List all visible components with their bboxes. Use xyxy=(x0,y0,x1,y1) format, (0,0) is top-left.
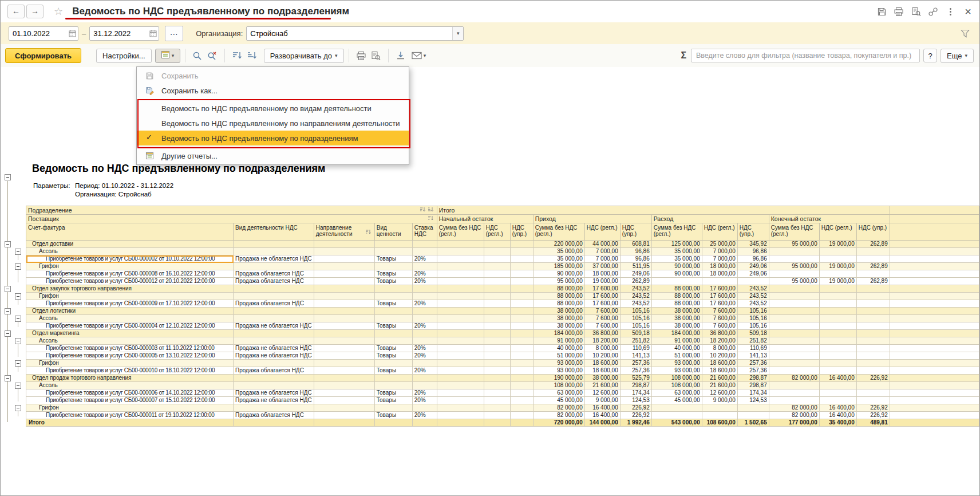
cell-amount[interactable] xyxy=(856,382,890,389)
cell-direction[interactable] xyxy=(314,352,374,360)
cell-amount[interactable]: 298,87 xyxy=(737,375,769,382)
cell-name[interactable]: Грифон xyxy=(26,263,234,270)
cell-amount[interactable] xyxy=(484,278,510,285)
cell-amount[interactable] xyxy=(484,322,510,330)
cell-name[interactable]: Приобретение товаров и услуг СБ00-000009… xyxy=(26,300,234,308)
cell-amount[interactable]: 91 000,00 xyxy=(651,337,702,345)
cell-name[interactable]: Отдел логистики xyxy=(26,308,234,315)
cell-amount[interactable] xyxy=(484,352,510,360)
cell-amount[interactable] xyxy=(437,263,484,270)
cell-amount[interactable] xyxy=(437,412,484,419)
more-actions-button[interactable]: Еще ▾ xyxy=(941,49,974,63)
cell-amount[interactable]: 8 000,00 xyxy=(584,345,620,352)
cell-amount[interactable]: 37 000,00 xyxy=(584,263,620,270)
cell-value-type[interactable] xyxy=(374,293,412,300)
cell-name[interactable]: Грифон xyxy=(26,293,234,300)
cell-amount[interactable]: 45 000,00 xyxy=(533,397,584,404)
print-icon[interactable] xyxy=(892,5,905,18)
date-to-field[interactable] xyxy=(89,26,159,41)
cell-value-type[interactable] xyxy=(374,308,412,315)
cell-amount[interactable]: 18 600,00 xyxy=(584,367,620,375)
cell-amount[interactable] xyxy=(702,412,737,419)
cell-amount[interactable] xyxy=(484,404,510,412)
cell-amount[interactable]: 63 000,00 xyxy=(651,389,702,397)
cell-amount[interactable] xyxy=(510,412,533,419)
cell-amount[interactable] xyxy=(484,248,510,255)
cell-value-type[interactable]: Товары xyxy=(374,322,412,330)
cell-amount[interactable] xyxy=(510,367,533,375)
cell-amount[interactable] xyxy=(819,360,856,367)
cell-amount[interactable] xyxy=(510,315,533,322)
collapse-group-button[interactable] xyxy=(5,330,11,337)
cell-amount[interactable] xyxy=(484,330,510,337)
cell-vat-rate[interactable]: 20% xyxy=(412,367,437,375)
cell-name[interactable]: Приобретение товаров и услуг СБ00-000010… xyxy=(26,367,234,375)
cell-amount[interactable]: 38 000,00 xyxy=(533,308,584,315)
cell-amount[interactable] xyxy=(769,315,819,322)
report-variants-button[interactable]: ▾ xyxy=(155,49,180,63)
cell-activity[interactable]: Продажа не облагается НДС xyxy=(234,397,314,404)
cell-name[interactable]: Отдел доставки xyxy=(26,241,234,248)
cell-activity[interactable] xyxy=(234,241,314,248)
cell-value-type[interactable]: Товары xyxy=(374,270,412,278)
cell-amount[interactable]: 190 000,00 xyxy=(533,375,584,382)
cell-amount[interactable]: 226,92 xyxy=(856,375,890,382)
organization-combo[interactable]: ▾ xyxy=(246,26,464,41)
cell-name[interactable]: Отдел закупок торгового направления xyxy=(26,285,234,293)
cell-amount[interactable]: 251,82 xyxy=(737,337,769,345)
cell-amount[interactable]: 95 000,00 xyxy=(769,263,819,270)
cell-value-type[interactable] xyxy=(374,330,412,337)
cell-amount[interactable]: 95 000,00 xyxy=(769,241,819,248)
send-email-button[interactable]: ▾ xyxy=(408,49,430,63)
cell-name[interactable]: Приобретение товаров и услуг СБ00-000003… xyxy=(26,345,234,352)
cell-amount[interactable] xyxy=(484,367,510,375)
cell-amount[interactable] xyxy=(819,330,856,337)
cell-amount[interactable] xyxy=(769,367,819,375)
cell-amount[interactable]: 91 000,00 xyxy=(533,337,584,345)
cell-value-type[interactable]: Товары xyxy=(374,352,412,360)
cell-amount[interactable] xyxy=(437,382,484,389)
cell-amount[interactable]: 12 600,00 xyxy=(702,389,737,397)
cell-amount[interactable]: 226,92 xyxy=(856,404,890,412)
cell-amount[interactable] xyxy=(484,300,510,308)
cell-vat-rate[interactable] xyxy=(412,337,437,345)
expand-to-button[interactable]: Разворачивать до ▾ xyxy=(264,49,344,63)
cell-amount[interactable] xyxy=(437,255,484,263)
sort-descending-icon[interactable] xyxy=(230,49,244,63)
cell-vat-rate[interactable] xyxy=(412,248,437,255)
cell-value-type[interactable]: Товары xyxy=(374,345,412,352)
cell-vat-rate[interactable] xyxy=(412,382,437,389)
cell-vat-rate[interactable] xyxy=(412,360,437,367)
help-button[interactable]: ? xyxy=(923,49,937,62)
cell-amount[interactable]: 174,34 xyxy=(737,389,769,397)
cell-amount[interactable] xyxy=(769,308,819,315)
cell-amount[interactable] xyxy=(484,270,510,278)
cell-direction[interactable] xyxy=(314,241,374,248)
cell-amount[interactable]: 95 000,00 xyxy=(769,278,819,285)
collapse-group-button[interactable] xyxy=(15,338,21,344)
cell-amount[interactable]: 93 000,00 xyxy=(651,367,702,375)
cell-amount[interactable] xyxy=(769,248,819,255)
cell-amount[interactable]: 88 000,00 xyxy=(533,300,584,308)
cell-amount[interactable]: 12 600,00 xyxy=(584,389,620,397)
cell-amount[interactable]: 96,86 xyxy=(737,255,769,263)
cell-amount[interactable] xyxy=(484,389,510,397)
cell-value-type[interactable] xyxy=(374,315,412,322)
cell-amount[interactable] xyxy=(856,322,890,330)
cell-amount[interactable] xyxy=(819,255,856,263)
cell-amount[interactable] xyxy=(819,367,856,375)
cell-vat-rate[interactable] xyxy=(412,293,437,300)
cell-value-type[interactable] xyxy=(374,337,412,345)
cell-amount[interactable] xyxy=(819,248,856,255)
cell-amount[interactable]: 82 000,00 xyxy=(769,404,819,412)
cell-amount[interactable] xyxy=(856,248,890,255)
collapse-group-button[interactable] xyxy=(15,293,21,300)
cell-value-type[interactable]: Товары xyxy=(374,367,412,375)
cell-amount[interactable]: 105,16 xyxy=(737,322,769,330)
cell-activity[interactable] xyxy=(234,360,314,367)
cell-value-type[interactable]: Товары xyxy=(374,389,412,397)
cell-amount[interactable] xyxy=(510,270,533,278)
cell-amount[interactable]: 90 000,00 xyxy=(651,270,702,278)
cell-amount[interactable]: 90 000,00 xyxy=(651,263,702,270)
cell-amount[interactable]: 38 000,00 xyxy=(533,315,584,322)
